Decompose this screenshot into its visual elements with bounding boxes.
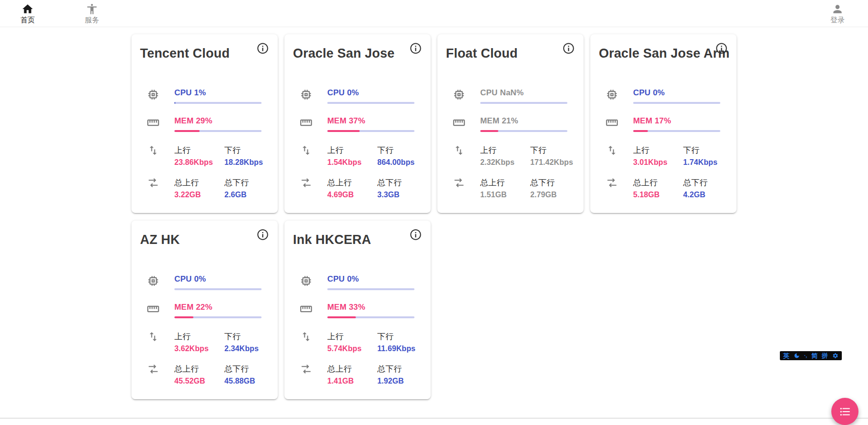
server-metrics: CPU 0% MEM 33% bbox=[284, 274, 431, 395]
mem-progress-track bbox=[480, 130, 567, 132]
info-button[interactable] bbox=[256, 228, 269, 242]
dashboard: Tencent Cloud CPU 1% bbox=[131, 34, 737, 399]
total-download-value: 2.6GB bbox=[224, 189, 274, 201]
mem-progress-track bbox=[327, 316, 414, 318]
upload-label: 上行 bbox=[174, 144, 224, 157]
info-button[interactable] bbox=[562, 42, 575, 55]
cpu-progress-track bbox=[327, 288, 414, 290]
info-icon bbox=[256, 228, 269, 241]
total-row: 总上行 1.41GB 总下行 1.92GB bbox=[284, 363, 431, 387]
total-download-value: 1.92GB bbox=[377, 375, 427, 387]
speed-row: 上行 1.54Kbps 下行 864.00bps bbox=[284, 144, 431, 168]
swap-horiz-icon bbox=[300, 363, 312, 375]
download-speed: 18.28Kbps bbox=[224, 157, 274, 168]
upload-label: 上行 bbox=[327, 144, 377, 157]
upload-col: 上行 23.86Kbps bbox=[174, 144, 224, 168]
upload-label: 上行 bbox=[633, 144, 683, 157]
ruler-icon bbox=[300, 303, 313, 315]
footer-divider bbox=[0, 418, 868, 419]
server-metrics: CPU 0% MEM 17% bbox=[590, 88, 737, 209]
mem-progress-track bbox=[327, 130, 414, 132]
mem-progress-fill bbox=[633, 130, 648, 132]
total-upload-col: 总上行 5.18GB bbox=[633, 177, 683, 201]
total-download-label: 总下行 bbox=[224, 177, 274, 189]
cpu-usage-label: CPU 0% bbox=[174, 274, 262, 284]
server-list-fab[interactable] bbox=[831, 398, 858, 425]
download-col: 下行 18.28Kbps bbox=[224, 144, 274, 168]
mem-progress-track bbox=[174, 316, 262, 318]
server-metrics: CPU NaN% MEM 21% bbox=[437, 88, 584, 209]
accessibility-icon bbox=[86, 3, 98, 15]
mem-usage-value: 33% bbox=[349, 303, 365, 312]
speed-row: 上行 23.86Kbps 下行 18.28Kbps bbox=[131, 144, 278, 168]
ime-scheme-toggle[interactable]: 拼 bbox=[822, 351, 828, 360]
download-label: 下行 bbox=[224, 144, 274, 157]
total-download-col: 总下行 3.3GB bbox=[377, 177, 427, 201]
cpu-usage-value: 0% bbox=[347, 88, 359, 97]
nav-label-home: 首页 bbox=[20, 16, 35, 24]
server-name: Tencent Cloud bbox=[140, 46, 230, 61]
ime-lang-toggle[interactable]: 英 bbox=[783, 351, 789, 360]
total-upload-value: 1.41GB bbox=[327, 375, 377, 387]
gear-icon[interactable] bbox=[832, 353, 838, 359]
nav-item-home[interactable]: 首页 bbox=[14, 3, 41, 24]
total-download-label: 总下行 bbox=[377, 177, 427, 189]
mem-progress-fill bbox=[327, 316, 356, 318]
cpu-usage-label: CPU 1% bbox=[174, 88, 262, 98]
upload-label: 上行 bbox=[174, 331, 224, 343]
moon-icon[interactable] bbox=[794, 353, 800, 359]
mem-progress-fill bbox=[327, 130, 360, 132]
info-button[interactable] bbox=[715, 42, 728, 55]
total-upload-col: 总上行 45.52GB bbox=[174, 363, 224, 387]
ruler-icon bbox=[147, 303, 160, 315]
ime-punct-toggle[interactable]: ·, bbox=[804, 351, 807, 360]
upload-col: 上行 1.54Kbps bbox=[327, 144, 377, 168]
download-label: 下行 bbox=[224, 331, 274, 343]
speed-row: 上行 3.62Kbps 下行 2.34Kbps bbox=[131, 331, 278, 354]
nav-label-services: 服务 bbox=[85, 16, 99, 24]
info-button[interactable] bbox=[409, 228, 422, 242]
upload-label: 上行 bbox=[327, 331, 377, 343]
mem-progress-fill bbox=[480, 130, 498, 132]
mem-usage-value: 37% bbox=[349, 116, 365, 125]
swap-vert-icon bbox=[606, 144, 618, 156]
total-download-label: 总下行 bbox=[683, 177, 733, 189]
mem-usage-value: 17% bbox=[655, 116, 671, 125]
download-speed: 2.34Kbps bbox=[224, 343, 274, 354]
info-icon bbox=[409, 42, 422, 55]
info-button[interactable] bbox=[409, 42, 422, 55]
mem-row: MEM 37% bbox=[284, 116, 431, 132]
download-col: 下行 864.00bps bbox=[377, 144, 427, 168]
total-upload-value: 3.22GB bbox=[174, 189, 224, 201]
download-label: 下行 bbox=[530, 144, 580, 157]
server-metrics: CPU 1% MEM 29% bbox=[131, 88, 278, 209]
info-icon bbox=[715, 42, 728, 55]
cpu-row: CPU 0% bbox=[590, 88, 737, 104]
mem-usage-label: MEM 33% bbox=[327, 303, 414, 312]
ruler-icon bbox=[606, 116, 618, 129]
total-download-col: 总下行 1.92GB bbox=[377, 363, 427, 387]
cpu-row: CPU 1% bbox=[131, 88, 278, 104]
total-upload-label: 总上行 bbox=[480, 177, 530, 189]
upload-speed: 3.01Kbps bbox=[633, 157, 683, 168]
nav-item-login[interactable]: 登录 bbox=[824, 3, 851, 24]
total-download-value: 2.79GB bbox=[530, 189, 580, 201]
info-button[interactable] bbox=[256, 42, 269, 55]
upload-col: 上行 3.62Kbps bbox=[174, 331, 224, 354]
upload-speed: 23.86Kbps bbox=[174, 157, 224, 168]
total-row: 总上行 1.51GB 总下行 2.79GB bbox=[437, 177, 584, 201]
cpu-usage-label: CPU 0% bbox=[327, 274, 414, 284]
ime-charset-toggle[interactable]: 简 bbox=[811, 351, 818, 360]
cpu-row: CPU 0% bbox=[131, 274, 278, 290]
nav-item-services[interactable]: 服务 bbox=[79, 3, 105, 24]
total-upload-label: 总上行 bbox=[633, 177, 683, 189]
swap-horiz-icon bbox=[300, 177, 312, 189]
cpu-usage-value: 0% bbox=[194, 274, 206, 283]
total-upload-value: 4.69GB bbox=[327, 189, 377, 201]
swap-horiz-icon bbox=[606, 177, 618, 189]
mem-row: MEM 17% bbox=[590, 116, 737, 132]
list-icon bbox=[839, 405, 851, 418]
mem-row: MEM 29% bbox=[131, 116, 278, 132]
server-card: Tencent Cloud CPU 1% bbox=[131, 34, 278, 213]
download-speed: 171.42Kbps bbox=[530, 157, 580, 168]
